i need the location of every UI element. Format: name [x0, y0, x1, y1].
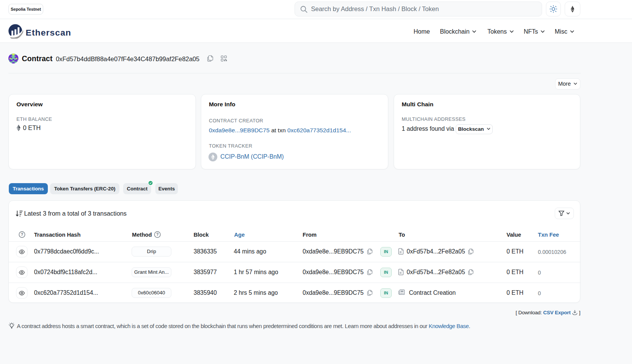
svg-text:?: ? [156, 232, 158, 237]
svg-text:?: ? [21, 232, 23, 237]
